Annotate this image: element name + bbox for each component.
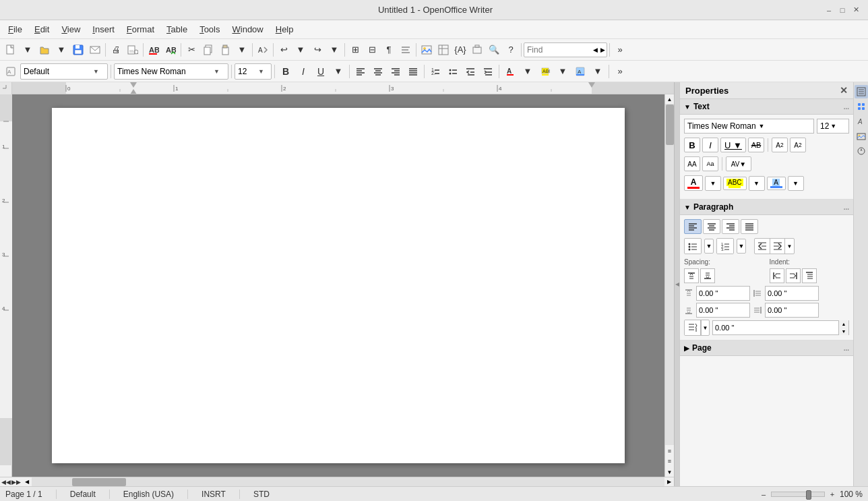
sidebar-navigator-icon[interactable] [855, 144, 868, 158]
table-insert-button[interactable]: ⊞ [347, 42, 363, 58]
indent-right-button[interactable] [786, 268, 801, 283]
decrease-indent-button-2[interactable] [755, 239, 770, 254]
indent-left-input-row[interactable]: ▲ ▼ [765, 286, 819, 301]
increase-indent-button[interactable] [480, 63, 496, 80]
insert-frame-button[interactable] [469, 42, 485, 58]
decrease-indent-button[interactable] [462, 63, 478, 80]
para-align-right[interactable] [722, 219, 739, 234]
spacing-below-button[interactable] [700, 268, 715, 283]
zoom-in-button[interactable]: + [828, 490, 837, 499]
find-toolbar[interactable]: ◀ ▶ [524, 42, 607, 57]
find-replace-button[interactable]: 🔍 [486, 42, 502, 58]
paragraph-section-more[interactable]: ... [844, 204, 849, 211]
indent-right-input-row[interactable]: ▲ ▼ [765, 303, 819, 318]
scroll-thumb[interactable] [666, 105, 674, 145]
ordered-list-button-2[interactable]: 1.2.3. [717, 239, 733, 254]
properties-highlight-button[interactable]: ABC [723, 177, 747, 190]
char-background-dropdown[interactable]: ▼ [590, 63, 606, 80]
help-button[interactable]: ? [503, 42, 519, 58]
cut-button[interactable]: ✂ [183, 42, 199, 58]
line-spacing-button[interactable] [685, 320, 701, 335]
sidebar-gallery-icon[interactable] [855, 129, 868, 143]
scroll-split-bottom[interactable]: ≡ [665, 456, 675, 466]
insert-table-button[interactable] [435, 42, 452, 58]
toolbar-expand-button[interactable]: » [612, 42, 628, 58]
menu-view[interactable]: View [56, 23, 86, 36]
find-prev-button[interactable]: ◀ [592, 47, 599, 53]
para-align-left[interactable] [684, 219, 702, 234]
hscroll-right-button[interactable]: ▶ [664, 477, 674, 487]
line-spacing-down[interactable]: ▼ [839, 328, 848, 335]
increase-indent-button-2[interactable] [770, 239, 784, 254]
hscroll-thumb[interactable] [72, 478, 126, 486]
font-color-button[interactable]: A [502, 63, 518, 80]
spacing-above-input-row[interactable]: ▲ ▼ [696, 286, 750, 301]
properties-italic-button[interactable]: I [702, 138, 718, 152]
copy-button[interactable] [200, 42, 216, 58]
page-section-header[interactable]: ▶ Page ... [680, 341, 853, 356]
properties-strikethrough-button[interactable]: AB [748, 138, 764, 152]
align-justify-button[interactable] [405, 63, 421, 80]
properties-char-bg-button[interactable]: A [767, 177, 786, 190]
sidebar-styles-icon[interactable]: A [855, 115, 868, 128]
hscroll-left-button[interactable]: ◀ [22, 477, 32, 487]
properties-highlight-dropdown[interactable]: ▼ [749, 176, 765, 191]
scroll-down-button[interactable]: ▼ [665, 467, 675, 477]
properties-font-family-dropdown[interactable]: Times New Roman ▼ [684, 119, 814, 134]
font-color-dropdown[interactable]: ▼ [520, 63, 536, 80]
ordered-list-arrow[interactable]: ▼ [737, 239, 746, 254]
zoom-slider-thumb[interactable] [806, 490, 811, 500]
autocorrect-button[interactable]: ABC [162, 42, 179, 58]
font-family-input[interactable] [115, 67, 212, 76]
zoom-out-button[interactable]: – [759, 490, 768, 499]
indent-dropdown[interactable]: ▼ [784, 239, 794, 254]
open-button[interactable] [36, 42, 53, 58]
menu-window[interactable]: Window [226, 23, 268, 36]
open-dropdown-button[interactable]: ▼ [53, 42, 69, 58]
menu-table[interactable]: Table [161, 23, 193, 36]
zoom-slider[interactable] [771, 492, 825, 497]
properties-underline-button[interactable]: U ▼ [720, 138, 746, 152]
properties-char-bg-dropdown[interactable]: ▼ [788, 176, 804, 191]
toggle-fields-button[interactable]: {A} [452, 42, 468, 58]
table-grid-button[interactable]: ⊟ [364, 42, 380, 58]
align-right-button[interactable] [388, 63, 404, 80]
zoom-level[interactable]: 100 % [840, 490, 863, 499]
clone-format-button[interactable]: A [255, 42, 271, 58]
menu-file[interactable]: File [3, 23, 28, 36]
properties-font-size-arrow[interactable]: ▼ [830, 123, 836, 129]
font-family-arrow[interactable]: ▼ [212, 68, 221, 75]
menu-format[interactable]: Format [121, 23, 160, 36]
paste-button[interactable] [217, 42, 233, 58]
text-section-header[interactable]: ▼ Text ... [680, 99, 853, 115]
unordered-list-button-2[interactable] [685, 239, 701, 254]
redo-dropdown-button[interactable]: ▼ [326, 42, 342, 58]
save-button[interactable] [70, 42, 86, 58]
unordered-list-button[interactable] [445, 63, 461, 80]
insert-picture-button[interactable] [418, 42, 435, 58]
minimize-button[interactable]: – [824, 5, 834, 16]
styles-button[interactable] [398, 42, 414, 58]
menu-help[interactable]: Help [270, 23, 299, 36]
toolbar2-more-button[interactable]: » [612, 63, 628, 80]
maximize-button[interactable]: □ [837, 5, 848, 16]
scroll-split-top[interactable]: ≡ [665, 446, 675, 456]
scroll-track[interactable] [665, 104, 674, 445]
hscroll-track[interactable] [32, 477, 664, 486]
menu-insert[interactable]: Insert [87, 23, 120, 36]
document-content[interactable] [102, 155, 574, 425]
indent-left-input[interactable] [766, 289, 853, 297]
undo-dropdown-button[interactable]: ▼ [292, 42, 309, 58]
spellcheck-button[interactable]: ABC [146, 42, 162, 58]
align-left-button[interactable] [352, 63, 369, 80]
highlight-dropdown[interactable]: ▼ [555, 63, 571, 80]
print-button[interactable]: 🖨 [108, 42, 124, 58]
indent-left-button[interactable] [770, 268, 784, 283]
font-size-input[interactable] [235, 67, 257, 76]
para-align-justify[interactable] [741, 219, 758, 234]
scroll-page-left[interactable]: ◀◀ [1, 477, 11, 487]
undo-button[interactable]: ↩ [276, 42, 292, 58]
print-preview-button[interactable] [125, 42, 141, 58]
paragraph-section-header[interactable]: ▼ Paragraph ... [680, 200, 853, 215]
highlight-button[interactable]: ABC [537, 63, 553, 80]
